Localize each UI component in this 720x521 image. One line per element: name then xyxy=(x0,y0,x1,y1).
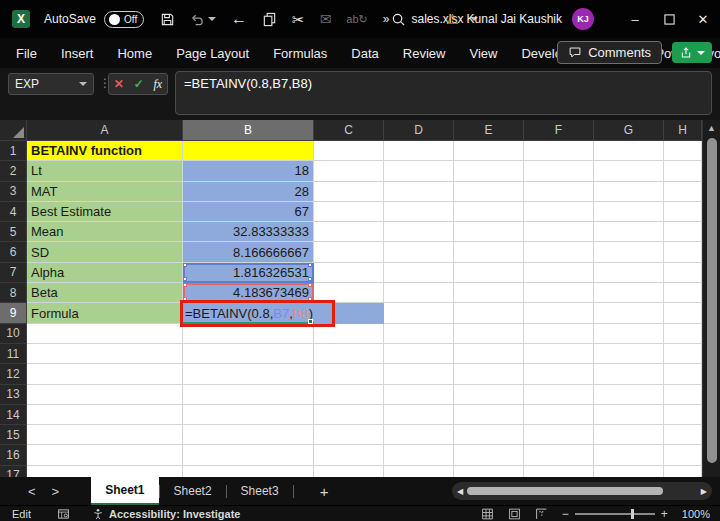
cell-E2[interactable] xyxy=(454,161,524,181)
cell-H11[interactable] xyxy=(664,344,702,364)
row-header-2[interactable]: 2 xyxy=(0,161,27,181)
row-header-4[interactable]: 4 xyxy=(0,202,27,222)
accessibility-status[interactable]: Accessibility: Investigate xyxy=(92,508,240,520)
back-arrow-icon[interactable]: ← xyxy=(231,11,247,27)
horizontal-scroll-thumb[interactable] xyxy=(467,487,663,495)
menu-file[interactable]: File xyxy=(16,46,37,61)
cell-G4[interactable] xyxy=(594,202,664,222)
column-header-B[interactable]: B xyxy=(183,120,314,141)
cell-D16[interactable] xyxy=(384,445,454,465)
row-header-12[interactable]: 12 xyxy=(0,364,27,384)
cell-D2[interactable] xyxy=(384,161,454,181)
cell-E5[interactable] xyxy=(454,222,524,242)
cell-H7[interactable] xyxy=(664,263,702,283)
cell-A5[interactable]: Mean xyxy=(27,222,183,242)
scroll-left-icon[interactable]: ◀ xyxy=(457,487,463,496)
cell-H4[interactable] xyxy=(664,202,702,222)
cell-A9[interactable]: Formula xyxy=(27,303,183,323)
cell-A16[interactable] xyxy=(27,445,183,465)
page-layout-view-icon[interactable] xyxy=(508,508,521,520)
cell-C8[interactable] xyxy=(314,283,384,303)
cell-A3[interactable]: MAT xyxy=(27,182,183,202)
confirm-entry-icon[interactable]: ✓ xyxy=(134,77,144,91)
autosave-toggle[interactable]: Off xyxy=(104,11,144,28)
cell-E8[interactable] xyxy=(454,283,524,303)
cell-F11[interactable] xyxy=(524,344,594,364)
cell-H13[interactable] xyxy=(664,385,702,405)
cell-D13[interactable] xyxy=(384,385,454,405)
add-sheet-button[interactable]: + xyxy=(320,483,329,500)
cell-C10[interactable] xyxy=(314,324,384,344)
cell-B16[interactable] xyxy=(183,445,314,465)
row-header-14[interactable]: 14 xyxy=(0,405,27,425)
cell-A8[interactable]: Beta xyxy=(27,283,183,303)
fill-handle-icon[interactable] xyxy=(308,319,313,324)
row-header-1[interactable]: 1 xyxy=(0,141,27,161)
cell-D11[interactable] xyxy=(384,344,454,364)
cell-B6[interactable]: 8.166666667 xyxy=(183,242,314,262)
row-header-3[interactable]: 3 xyxy=(0,182,27,202)
cell-A15[interactable] xyxy=(27,425,183,445)
cell-H10[interactable] xyxy=(664,324,702,344)
cell-G2[interactable] xyxy=(594,161,664,181)
cell-G14[interactable] xyxy=(594,405,664,425)
cell-A13[interactable] xyxy=(27,385,183,405)
mail-icon[interactable]: ✉ xyxy=(320,12,332,26)
copy-icon[interactable] xyxy=(262,12,277,27)
row-header-5[interactable]: 5 xyxy=(0,222,27,242)
row-header-15[interactable]: 15 xyxy=(0,425,27,445)
cancel-entry-icon[interactable]: ✕ xyxy=(114,77,124,91)
row-header-16[interactable]: 16 xyxy=(0,445,27,465)
menu-formulas[interactable]: Formulas xyxy=(273,46,327,61)
cell-D14[interactable] xyxy=(384,405,454,425)
cell-B1[interactable] xyxy=(183,141,314,161)
cell-F10[interactable] xyxy=(524,324,594,344)
row-header-9[interactable]: 9 xyxy=(0,303,27,323)
cell-E4[interactable] xyxy=(454,202,524,222)
next-sheet-icon[interactable]: > xyxy=(52,484,60,499)
sheet-tab-sheet1[interactable]: Sheet1 xyxy=(91,477,158,505)
cell-B14[interactable] xyxy=(183,405,314,425)
cell-F5[interactable] xyxy=(524,222,594,242)
cell-D4[interactable] xyxy=(384,202,454,222)
cell-H8[interactable] xyxy=(664,283,702,303)
column-header-C[interactable]: C xyxy=(314,120,384,141)
cell-G5[interactable] xyxy=(594,222,664,242)
cell-H15[interactable] xyxy=(664,425,702,445)
macro-record-icon[interactable] xyxy=(57,508,70,520)
menu-review[interactable]: Review xyxy=(403,46,446,61)
warning-icon[interactable]: ⚠ xyxy=(446,11,459,27)
zoom-out-icon[interactable]: − xyxy=(562,507,569,521)
cell-A6[interactable]: SD xyxy=(27,242,183,262)
cell-G17[interactable] xyxy=(594,466,664,477)
horizontal-scrollbar[interactable]: ◀ ▶ xyxy=(452,482,712,500)
cell-H2[interactable] xyxy=(664,161,702,181)
row-header-6[interactable]: 6 xyxy=(0,242,27,262)
cell-F15[interactable] xyxy=(524,425,594,445)
zoom-slider[interactable] xyxy=(575,513,655,515)
cell-E12[interactable] xyxy=(454,364,524,384)
avatar[interactable]: KJ xyxy=(572,8,594,30)
cell-A12[interactable] xyxy=(27,364,183,384)
name-box[interactable]: EXP xyxy=(8,73,94,95)
cell-H1[interactable] xyxy=(664,141,702,161)
cell-D3[interactable] xyxy=(384,182,454,202)
cell-D10[interactable] xyxy=(384,324,454,344)
cell-C12[interactable] xyxy=(314,364,384,384)
cell-B7[interactable]: 1.816326531 xyxy=(183,263,314,283)
column-header-H[interactable]: H xyxy=(664,120,702,141)
cell-D6[interactable] xyxy=(384,242,454,262)
cell-C2[interactable] xyxy=(314,161,384,181)
cell-G12[interactable] xyxy=(594,364,664,384)
cell-E14[interactable] xyxy=(454,405,524,425)
cell-H9[interactable] xyxy=(664,303,702,323)
cell-A11[interactable] xyxy=(27,344,183,364)
cell-F4[interactable] xyxy=(524,202,594,222)
cell-H5[interactable] xyxy=(664,222,702,242)
cell-C5[interactable] xyxy=(314,222,384,242)
cell-B13[interactable] xyxy=(183,385,314,405)
cell-B11[interactable] xyxy=(183,344,314,364)
cell-G7[interactable] xyxy=(594,263,664,283)
cell-E3[interactable] xyxy=(454,182,524,202)
column-header-A[interactable]: A xyxy=(27,120,183,141)
